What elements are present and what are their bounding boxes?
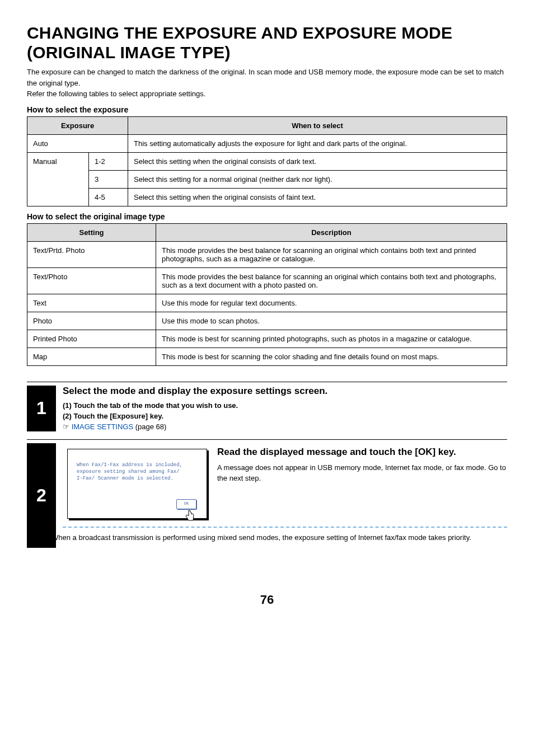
page-title: CHANGING THE EXPOSURE AND EXPOSURE MODE …: [27, 24, 507, 62]
separator: [27, 439, 507, 440]
cell: This mode provides the best balance for …: [156, 241, 507, 267]
step-sub-2: (2) Touch the [Exposure] key.: [63, 412, 507, 420]
col-header-setting: Setting: [27, 223, 156, 241]
note-text: When a broadcast transmission is perform…: [51, 532, 471, 543]
cell: This mode is best for scanning printed p…: [156, 330, 507, 348]
image-type-table: Setting Description Text/Prtd. PhotoThis…: [27, 223, 507, 366]
cell: 3: [89, 170, 128, 188]
page-number: 76: [27, 593, 507, 607]
xref-link[interactable]: IMAGE SETTINGS: [72, 422, 134, 431]
cell: 1-2: [89, 152, 128, 170]
note-icon: [31, 533, 46, 548]
message-dialog: When Fax/I-Fax address is included, expo…: [67, 449, 207, 519]
step-description: A message does not appear in USB memory …: [217, 462, 507, 484]
cell: This mode is best for scanning the color…: [156, 348, 507, 365]
col-header-when: When to select: [128, 116, 507, 134]
dialog-line: When Fax/I-Fax address is included,: [77, 462, 198, 468]
xref-page: (page 68): [133, 422, 166, 431]
col-header-exposure: Exposure: [27, 116, 128, 134]
cell: Printed Photo: [27, 330, 156, 348]
cell: This mode provides the best balance for …: [156, 267, 507, 294]
step-title: Read the displayed message and touch the…: [217, 447, 507, 458]
cell: Map: [27, 348, 156, 365]
cell: Use this mode for regular text documents…: [156, 294, 507, 312]
cell: Manual: [27, 152, 89, 206]
section-heading-imagetype: How to select the original image type: [27, 212, 507, 221]
cell: This setting automatically adjusts the e…: [128, 134, 507, 152]
cell: 4-5: [89, 188, 128, 206]
cell: Text: [27, 294, 156, 312]
section-heading-exposure: How to select the exposure: [27, 105, 507, 114]
dashed-separator: [63, 527, 507, 528]
step-number: 1: [27, 386, 56, 431]
cell: Text/Photo: [27, 267, 156, 294]
step-title: Select the mode and display the exposure…: [63, 386, 507, 397]
dialog-line: exposure setting shared among Fax/: [77, 468, 198, 475]
step-sub-1: (1) Touch the tab of the mode that you w…: [63, 401, 507, 410]
cell: Use this mode to scan photos.: [156, 312, 507, 330]
dialog-line: I-Fax/ Scanner mode is selected.: [77, 475, 198, 482]
col-header-description: Description: [156, 223, 507, 241]
cell: Select this setting for a normal origina…: [128, 170, 507, 188]
hand-cursor-icon: [182, 508, 198, 524]
step-2: 2 When Fax/I-Fax address is included, ex…: [27, 443, 507, 548]
intro-text: The exposure can be changed to match the…: [27, 67, 507, 100]
step-1: 1 Select the mode and display the exposu…: [27, 386, 507, 431]
note: When a broadcast transmission is perform…: [28, 532, 507, 548]
pointer-glyph: ☞: [63, 422, 69, 431]
cell: Text/Prtd. Photo: [27, 241, 156, 267]
cell: Select this setting when the original co…: [128, 188, 507, 206]
cell: Select this setting when the original co…: [128, 152, 507, 170]
exposure-table: Exposure When to select Auto This settin…: [27, 116, 507, 206]
cell: Auto: [27, 134, 128, 152]
cell: Photo: [27, 312, 156, 330]
separator: [27, 382, 507, 382]
cross-reference: ☞ IMAGE SETTINGS (page 68): [63, 422, 507, 431]
